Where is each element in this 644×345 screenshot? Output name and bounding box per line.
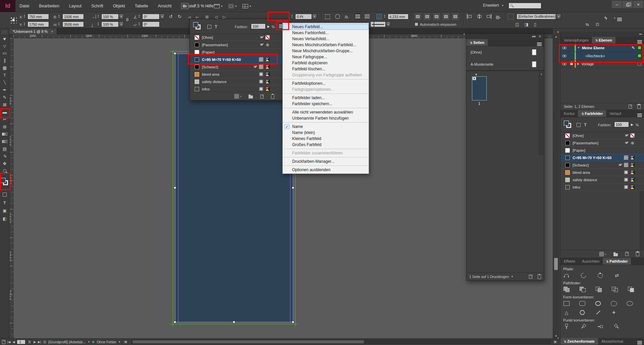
close-path-icon[interactable] (597, 272, 603, 278)
menu-ansicht[interactable]: Ansicht (157, 3, 172, 9)
beveled-rectangle-icon[interactable] (595, 300, 601, 306)
menu-item-gruppierung-von-farbgruppe-aufheben[interactable]: Gruppierung von Farbgruppe aufheben (283, 72, 369, 78)
gradient-feather-tool[interactable] (0, 138, 9, 145)
menu-item-druckfarben-manager[interactable]: Druckfarben-Manager... (283, 158, 369, 164)
width-field[interactable]: 1506 mm (62, 14, 84, 19)
reference-point-proxy[interactable] (10, 17, 17, 23)
rectangle-icon[interactable] (563, 300, 570, 306)
menu-schrift[interactable]: Schrift (91, 3, 104, 9)
menu-item-optionen-ausblenden[interactable]: Optionen ausblenden (283, 167, 369, 173)
menu-item-farbfeldoptionen[interactable]: Farbfeldoptionen... (283, 80, 369, 86)
toolbar-grip[interactable] (2, 30, 7, 34)
menu-item-name[interactable]: Name✓ (283, 124, 369, 130)
note-tool[interactable]: ▤ (0, 145, 9, 152)
selection-tool[interactable]: ▶ (0, 34, 9, 42)
height-stepper[interactable]: ▲▼ (58, 22, 60, 26)
x-stepper[interactable]: ▲▼ (23, 14, 25, 18)
swatches-scrollbar[interactable] (640, 191, 644, 250)
frame-edges-dropdown[interactable]: ▼ (228, 4, 237, 8)
menu-item-neues-farbfeld[interactable]: Neues Farbfeld... (283, 24, 369, 30)
center-content-button[interactable] (452, 13, 459, 20)
menu-item-farbgruppenoptionen[interactable]: Farbgruppenoptionen... (283, 86, 369, 92)
formatting-affects-container-icon[interactable] (207, 25, 211, 29)
x-field[interactable]: 750 mm (28, 14, 49, 19)
tint-field[interactable]: 100 (614, 122, 629, 127)
scrollbar-thumb[interactable] (132, 340, 364, 343)
ellipse-icon[interactable] (626, 300, 633, 306)
corner-icon[interactable] (579, 322, 588, 331)
next-page-button[interactable]: ▶ (34, 340, 36, 344)
swatch-row-ohne[interactable]: [Ohne] (190, 34, 288, 41)
bridge-button[interactable]: Br (181, 3, 189, 9)
zoom-level-dropdown[interactable]: 7,5 % ▼ (194, 4, 209, 8)
tint-arrow-icon[interactable]: ▶ (631, 123, 633, 127)
scroll-up-icon[interactable]: ▲ (553, 34, 559, 39)
swatch-row-infos[interactable]: infos (560, 184, 644, 191)
join-path-icon[interactable] (563, 272, 570, 278)
fill-proxy-icon[interactable] (193, 22, 198, 27)
layer-row-meine-ebene[interactable]: ▼Meine Ebene✎ (560, 44, 644, 52)
apply-color-button[interactable]: ▣ (0, 207, 9, 215)
scroll-left-icon[interactable]: ◀ (123, 340, 128, 344)
object-style-field[interactable]: [Einfacher Grafikrahmen]+ (517, 14, 556, 19)
swatch-row-papier[interactable]: [Papier] (560, 147, 644, 154)
rotate-ccw-icon[interactable]: ↺ (169, 15, 173, 19)
shear-field[interactable]: 0° (142, 21, 160, 27)
inverse-rounded-rectangle-icon[interactable] (610, 300, 617, 306)
rotation-stepper[interactable]: ▲▼ (138, 14, 140, 18)
scale-y-field[interactable]: 100 % (101, 21, 119, 27)
distribute-dropdown[interactable]: ▤▾ (496, 15, 500, 20)
tab-effekte[interactable]: Effekte (560, 258, 579, 265)
panel-menu-icon[interactable] (537, 43, 542, 43)
menu-item-farbfelder-speichern[interactable]: Farbfelder speichern... (283, 101, 369, 107)
collapse-icon[interactable]: ▶ (577, 62, 579, 65)
menu-item-farbfeld-l-schen[interactable]: Farbfeld löschen... (283, 66, 369, 72)
close-button[interactable]: × (633, 1, 643, 8)
close-tab-icon[interactable]: × (51, 29, 53, 33)
corner-shape-icon[interactable] (335, 14, 340, 19)
minus-back-icon[interactable] (628, 286, 634, 292)
plus-icon[interactable] (610, 309, 617, 316)
formatting-affects-text-icon[interactable]: T (584, 122, 587, 127)
tab-verknuepfungen[interactable]: Verknüpfungen (560, 37, 592, 44)
swatch-row-ohne[interactable]: [Ohne] (560, 132, 644, 139)
width-stepper[interactable]: ▲▼ (58, 14, 60, 18)
swatch-row-infos[interactable]: infos (190, 85, 288, 93)
menu-objekt[interactable]: Objekt (112, 3, 126, 9)
stroke-weight-stepper[interactable]: ▲▼ (291, 14, 293, 18)
preflight-status-label[interactable]: Ohne Fehler (97, 340, 116, 344)
expand-icon[interactable]: ▼ (577, 46, 580, 49)
master-page-row-a-musterseite[interactable]: A-Musterseite (467, 58, 544, 70)
row-icons[interactable]: ◨ (525, 22, 528, 26)
subtract-icon[interactable] (579, 286, 586, 292)
tab-kontur[interactable]: Kontur (560, 110, 578, 117)
swatch-row-safety-distance[interactable]: safety distance (560, 176, 644, 184)
page-thumbnail[interactable]: A (472, 76, 487, 100)
menu-item-gro-es-farbfeld[interactable]: Großes Farbfeld (283, 142, 369, 148)
symmetrical-icon[interactable] (612, 322, 622, 331)
selection-handle-bottom-left[interactable] (174, 321, 176, 323)
swatch-row-c-95-m-70-y-50-k-50[interactable]: C=95 M=70 Y=50 K=50 (190, 56, 288, 63)
screen-layout-dropdown[interactable]: ▼ (243, 4, 252, 8)
fill-frame-proportionally-button[interactable] (424, 13, 430, 20)
menu-item-neue-farbgruppe[interactable]: Neue Farbgruppe... (283, 54, 369, 60)
redo-icon[interactable]: ⇆ (586, 22, 589, 26)
eye-icon[interactable] (562, 63, 567, 65)
workspace-switcher[interactable]: Erweitert ▼ (483, 3, 504, 8)
line-icon[interactable] (595, 309, 601, 316)
scale-x-dropdown[interactable]: ▼ (119, 14, 124, 19)
add-icon[interactable] (563, 286, 570, 292)
tab-zeichenformate[interactable]: Zeichenformate (560, 338, 598, 345)
menu-item-neue-mischdruckfarben-gruppe[interactable]: Neue Mischdruckfarben-Gruppe... (283, 48, 369, 54)
fill-proxy-icon[interactable] (1, 178, 6, 183)
menu-item-neues-farbtonfeld[interactable]: Neues Farbtonfeld... (283, 30, 369, 36)
document-horizontal-scrollbar[interactable] (131, 340, 551, 344)
preflight-profile-label[interactable]: [Grundprofil] (Arbeitsb... (48, 340, 86, 344)
pen-tool[interactable]: ✒ (0, 86, 9, 93)
rectangle-tool[interactable]: ▬ (0, 108, 9, 116)
intersect-icon[interactable] (595, 286, 602, 292)
text-wrap-active-icon[interactable] (355, 13, 361, 19)
rounded-rectangle-icon[interactable] (579, 300, 586, 306)
view-options-dropdown[interactable]: ▼ (214, 4, 223, 8)
expand-dock-icon[interactable]: ▸▸ (560, 32, 644, 37)
